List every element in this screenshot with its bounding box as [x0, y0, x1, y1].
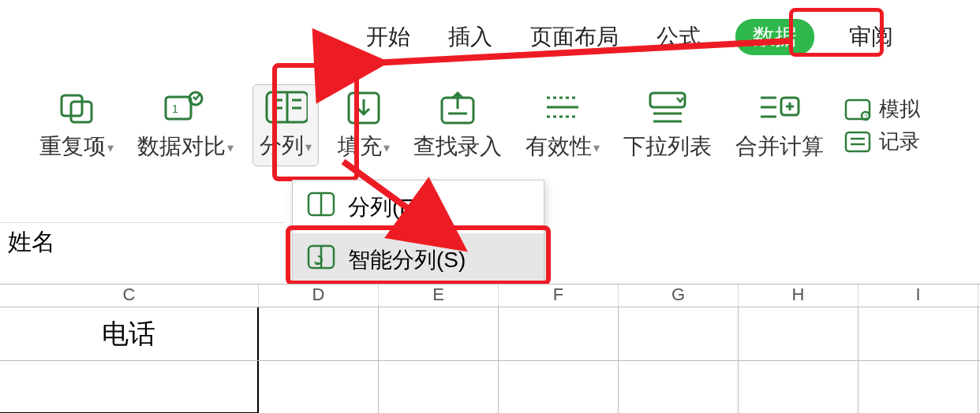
svg-text:1: 1 [172, 102, 178, 115]
compare-icon: 1 [163, 89, 208, 127]
btn-find-entry[interactable]: 查找录入 [409, 87, 507, 163]
cell[interactable] [379, 361, 499, 413]
record-icon [843, 128, 873, 155]
btn-find-entry-label: 查找录入 [413, 132, 502, 162]
col-header[interactable]: I [858, 285, 978, 307]
tab-formula[interactable]: 公式 [653, 20, 704, 54]
table-row [0, 361, 980, 413]
cell[interactable] [499, 307, 619, 360]
btn-dropdown-list-label: 下拉列表 [623, 132, 712, 162]
cell[interactable] [0, 361, 259, 413]
column-headers: C D E F G H I [0, 284, 980, 307]
col-header[interactable]: E [379, 285, 499, 307]
duplicates-icon [54, 89, 99, 127]
simulate-icon: ? [843, 96, 873, 123]
btn-validity-label: 有效性 [526, 134, 592, 158]
btn-merge-calc-label: 合并计算 [735, 132, 824, 162]
btn-record[interactable]: 记录 [843, 128, 920, 155]
cell[interactable] [499, 361, 619, 413]
highlight-data-tab [789, 8, 884, 57]
grid-body: 电话 [0, 307, 980, 413]
tab-start[interactable]: 开始 [363, 20, 413, 54]
btn-duplicates-label: 重复项 [39, 134, 106, 158]
formula-bar-text: 姓名 [8, 229, 55, 255]
cell[interactable] [619, 361, 739, 413]
col-header[interactable]: G [619, 285, 739, 307]
btn-simulate-label: 模拟 [879, 95, 920, 123]
svg-text:?: ? [864, 113, 868, 120]
cell[interactable] [858, 307, 978, 360]
cell[interactable]: 电话 [0, 307, 259, 360]
btn-simulate[interactable]: ? 模拟 [843, 95, 920, 123]
cell[interactable] [259, 361, 379, 413]
col-header[interactable]: C [0, 285, 259, 307]
ribbon: 重复项▾ 1 数据对比▾ 分列▾ 填充▾ 查找录入 有效性▾ 下拉 [0, 76, 980, 175]
split-small-icon [307, 192, 335, 222]
cell[interactable] [619, 307, 739, 360]
find-entry-icon [436, 89, 480, 127]
formula-bar[interactable]: 姓名 [0, 222, 284, 262]
table-row: 电话 [0, 307, 980, 361]
cell[interactable] [379, 307, 499, 360]
cell[interactable] [739, 361, 858, 413]
chevron-down-icon: ▾ [383, 141, 390, 154]
col-header[interactable]: F [499, 285, 619, 307]
chevron-down-icon: ▾ [227, 141, 234, 154]
col-header[interactable]: H [739, 285, 858, 307]
cell[interactable] [739, 307, 858, 360]
merge-calc-icon [757, 89, 802, 127]
btn-merge-calc[interactable]: 合并计算 [731, 87, 829, 163]
cell[interactable] [858, 361, 978, 413]
svg-rect-2 [166, 97, 191, 119]
svg-rect-29 [846, 132, 870, 151]
validity-icon [540, 89, 585, 127]
btn-validity[interactable]: 有效性▾ [521, 87, 604, 163]
highlight-smart-split [286, 225, 551, 285]
btn-compare[interactable]: 1 数据对比▾ [133, 87, 238, 163]
chevron-down-icon: ▾ [593, 141, 600, 154]
chevron-down-icon: ▾ [107, 141, 114, 154]
col-header[interactable]: D [259, 285, 379, 307]
dropdown-list-icon [645, 89, 690, 127]
cell[interactable] [259, 307, 379, 360]
tab-layout[interactable]: 页面布局 [527, 20, 622, 54]
btn-dropdown-list[interactable]: 下拉列表 [619, 87, 716, 163]
btn-compare-label: 数据对比 [137, 134, 226, 158]
btn-record-label: 记录 [879, 128, 920, 155]
tab-insert[interactable]: 插入 [445, 20, 496, 54]
btn-duplicates[interactable]: 重复项▾ [35, 87, 118, 163]
dropdown-item-split-label: 分列(E) [348, 192, 421, 222]
highlight-split-button [272, 63, 359, 181]
